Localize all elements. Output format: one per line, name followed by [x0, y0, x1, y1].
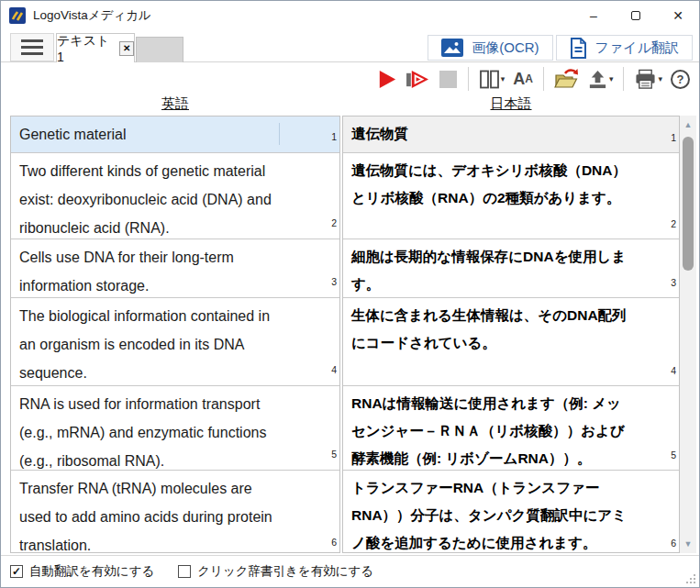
title-bar: LogoVistaメディカル – ✕ — [1, 1, 699, 29]
row-number: 1 — [671, 124, 676, 151]
open-file-button[interactable] — [552, 65, 581, 93]
dropdown-arrow-icon: ▾ — [501, 74, 506, 83]
scroll-down-icon[interactable]: ▼ — [680, 536, 696, 552]
target-cell-2[interactable]: 遺伝物質には、デオキシリボ核酸（DNA） とリボ核酸（RNA）の2種類があります… — [343, 153, 679, 239]
file-translate-label: ファイル翻訳 — [595, 39, 679, 57]
row-number: 5 — [331, 440, 337, 469]
source-cell-1[interactable]: Genetic material1 — [11, 116, 339, 153]
minimize-button[interactable]: – — [572, 1, 615, 29]
translate-all-button[interactable] — [404, 65, 432, 93]
image-icon — [441, 39, 463, 57]
row-number: 4 — [331, 356, 337, 384]
row-number: 3 — [331, 268, 337, 296]
tab-label: テキスト1 — [57, 33, 115, 64]
row-number: 2 — [671, 210, 676, 238]
play-icon — [376, 69, 397, 90]
hamburger-icon — [21, 39, 43, 42]
maximize-icon — [631, 11, 640, 20]
auto-translate-checkbox[interactable]: ✓ 自動翻訳を有効にする — [10, 563, 154, 580]
columns-icon — [479, 69, 500, 90]
export-icon — [587, 69, 608, 90]
source-cell-5[interactable]: RNA is used for information transport (e… — [11, 386, 339, 471]
target-cell-6[interactable]: トランスファーRNA（トランスファー RNA））分子は、タンパク質翻訳中にアミ … — [343, 471, 679, 553]
app-window: LogoVistaメディカル – ✕ テキスト1 ✕ 画像(OCR) — [0, 0, 700, 588]
toolbar: ▾ AA ▾ — [1, 62, 699, 95]
click-dictionary-checkbox[interactable]: クリック辞書引きを有効にする — [178, 563, 373, 580]
source-cell-3[interactable]: Cells use DNA for their long-term inform… — [11, 239, 339, 298]
checkbox-unchecked-icon[interactable] — [178, 565, 191, 578]
file-translate-button[interactable]: ファイル翻訳 — [556, 35, 693, 61]
target-cell-3[interactable]: 細胞は長期的な情報保存にDNAを使用しま す。3 — [343, 239, 679, 298]
row-number: 6 — [331, 528, 337, 553]
vertical-scrollbar[interactable]: ▲ ▼ — [680, 116, 696, 553]
resize-grip[interactable] — [684, 572, 695, 583]
stop-button[interactable] — [437, 65, 460, 93]
row-number: 3 — [671, 269, 676, 296]
layout-columns-button[interactable]: ▾ — [477, 65, 507, 93]
open-folder-icon — [554, 68, 579, 90]
font-icon: A — [513, 70, 525, 89]
target-cell-1[interactable]: 遺伝物質1 — [343, 116, 679, 153]
source-pane: Genetic material1 Two different kinds of… — [10, 116, 340, 553]
row-number: 2 — [331, 209, 337, 238]
play-all-icon — [406, 69, 430, 90]
text-caret — [279, 123, 280, 145]
source-language-header[interactable]: 英語 — [10, 95, 340, 113]
toolbar-separator — [543, 67, 544, 91]
dropdown-arrow-icon: ▾ — [609, 74, 614, 83]
checkbox-checked-icon[interactable]: ✓ — [10, 565, 23, 578]
window-title: LogoVistaメディカル — [33, 7, 151, 24]
printer-icon — [634, 69, 657, 90]
stop-icon — [439, 70, 458, 89]
tab-bar: テキスト1 ✕ 画像(OCR) ファイル翻訳 — [1, 29, 699, 62]
maximize-button[interactable] — [615, 1, 657, 29]
row-number: 1 — [331, 123, 337, 151]
print-button[interactable]: ▾ — [632, 65, 664, 93]
tab-close-icon[interactable]: ✕ — [119, 41, 134, 56]
row-number: 4 — [671, 357, 676, 384]
source-cell-2[interactable]: Two different kinds of genetic material … — [11, 153, 339, 239]
row-number: 5 — [671, 441, 676, 469]
target-language-header[interactable]: 日本語 — [342, 95, 680, 113]
target-cell-5[interactable]: RNAは情報輸送に使用されます（例: メッ センジャー－ＲＮＡ（リボ核酸））およ… — [343, 386, 679, 471]
source-cell-6[interactable]: Transfer RNA (tRNA) molecules are used t… — [11, 471, 339, 553]
source-cell-4[interactable]: The biological information contained in … — [11, 298, 339, 386]
tab-new[interactable] — [136, 37, 183, 62]
app-logo-icon — [9, 7, 26, 24]
menu-button[interactable] — [10, 33, 54, 61]
font-size-button[interactable]: AA — [511, 65, 535, 93]
scroll-up-icon[interactable]: ▲ — [680, 116, 696, 133]
row-number: 6 — [671, 529, 676, 553]
toolbar-separator — [623, 67, 624, 91]
dropdown-arrow-icon: ▾ — [658, 74, 662, 83]
export-button[interactable]: ▾ — [585, 65, 616, 93]
image-ocr-button[interactable]: 画像(OCR) — [428, 35, 552, 61]
target-pane: 遺伝物質1 遺伝物質には、デオキシリボ核酸（DNA） とリボ核酸（RNA）の2種… — [342, 116, 680, 553]
tab-text1[interactable]: テキスト1 ✕ — [56, 33, 135, 62]
help-icon: ? — [671, 70, 690, 89]
file-icon — [570, 38, 587, 59]
target-cell-4[interactable]: 生体に含まれる生体情報は、そのDNA配列 にコードされている。4 — [343, 298, 679, 386]
click-dictionary-label: クリック辞書引きを有効にする — [197, 563, 373, 580]
image-ocr-label: 画像(OCR) — [472, 39, 539, 57]
close-button[interactable]: ✕ — [657, 1, 699, 29]
scrollbar-thumb[interactable] — [683, 137, 694, 271]
column-headers: 英語 日本語 — [1, 95, 699, 116]
toolbar-separator — [468, 67, 469, 91]
help-button[interactable]: ? — [669, 65, 692, 93]
translate-button[interactable] — [374, 65, 399, 93]
status-bar: ✓ 自動翻訳を有効にする クリック辞書引きを有効にする — [1, 555, 699, 587]
auto-translate-label: 自動翻訳を有効にする — [29, 563, 154, 580]
